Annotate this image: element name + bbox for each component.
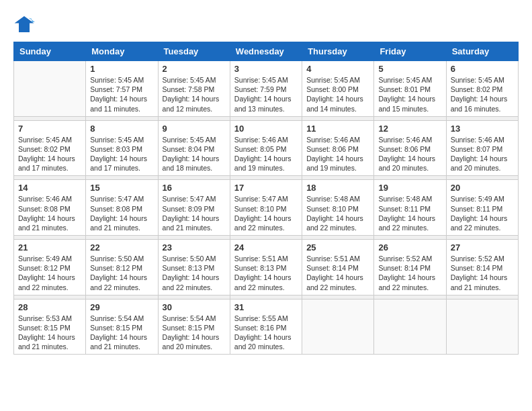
cell-content: Sunrise: 5:47 AM Sunset: 8:10 PM Dayligh… xyxy=(234,194,298,232)
calendar-cell: 1Sunrise: 5:45 AM Sunset: 7:57 PM Daylig… xyxy=(86,61,158,117)
page-header xyxy=(13,13,519,35)
cell-content: Sunrise: 5:54 AM Sunset: 8:15 PM Dayligh… xyxy=(90,314,153,352)
cell-content: Sunrise: 5:49 AM Sunset: 8:11 PM Dayligh… xyxy=(451,194,514,232)
day-number: 27 xyxy=(451,242,514,253)
calendar-cell: 29Sunrise: 5:54 AM Sunset: 8:15 PM Dayli… xyxy=(86,299,158,355)
cell-content: Sunrise: 5:46 AM Sunset: 8:06 PM Dayligh… xyxy=(378,135,441,173)
day-number: 24 xyxy=(234,242,298,253)
calendar-cell: 19Sunrise: 5:48 AM Sunset: 8:11 PM Dayli… xyxy=(374,180,446,236)
day-number: 5 xyxy=(378,64,441,74)
calendar-week-row: 21Sunrise: 5:49 AM Sunset: 8:12 PM Dayli… xyxy=(14,240,519,295)
day-number: 19 xyxy=(378,183,441,193)
calendar-cell: 20Sunrise: 5:49 AM Sunset: 8:11 PM Dayli… xyxy=(446,180,518,236)
svg-marker-0 xyxy=(15,16,34,32)
day-number: 16 xyxy=(163,183,226,193)
weekday-header: Thursday xyxy=(302,42,374,61)
day-number: 22 xyxy=(90,242,153,253)
cell-content: Sunrise: 5:45 AM Sunset: 8:03 PM Dayligh… xyxy=(90,135,153,173)
cell-content: Sunrise: 5:50 AM Sunset: 8:12 PM Dayligh… xyxy=(90,254,153,292)
calendar-cell: 9Sunrise: 5:45 AM Sunset: 8:04 PM Daylig… xyxy=(158,120,230,176)
weekday-header: Sunday xyxy=(14,42,86,61)
day-number: 30 xyxy=(163,302,226,312)
cell-content: Sunrise: 5:48 AM Sunset: 8:11 PM Dayligh… xyxy=(378,194,441,232)
cell-content: Sunrise: 5:45 AM Sunset: 8:04 PM Dayligh… xyxy=(163,135,226,173)
calendar-cell: 3Sunrise: 5:45 AM Sunset: 7:59 PM Daylig… xyxy=(230,61,302,117)
day-number: 14 xyxy=(18,183,81,193)
day-number: 6 xyxy=(451,64,514,74)
calendar-cell: 2Sunrise: 5:45 AM Sunset: 7:58 PM Daylig… xyxy=(158,61,230,117)
calendar-week-row: 1Sunrise: 5:45 AM Sunset: 7:57 PM Daylig… xyxy=(14,61,519,117)
calendar-table: SundayMondayTuesdayWednesdayThursdayFrid… xyxy=(13,42,519,355)
calendar-cell: 30Sunrise: 5:54 AM Sunset: 8:15 PM Dayli… xyxy=(158,299,230,355)
cell-content: Sunrise: 5:47 AM Sunset: 8:09 PM Dayligh… xyxy=(163,194,226,232)
cell-content: Sunrise: 5:46 AM Sunset: 8:05 PM Dayligh… xyxy=(234,135,298,173)
day-number: 23 xyxy=(163,242,226,253)
day-number: 25 xyxy=(306,242,369,253)
day-number: 17 xyxy=(234,183,298,193)
weekday-header: Saturday xyxy=(446,42,518,61)
calendar-cell: 28Sunrise: 5:53 AM Sunset: 8:15 PM Dayli… xyxy=(14,299,86,355)
calendar-cell: 27Sunrise: 5:52 AM Sunset: 8:14 PM Dayli… xyxy=(446,240,518,295)
calendar-cell: 21Sunrise: 5:49 AM Sunset: 8:12 PM Dayli… xyxy=(14,240,86,295)
logo-icon xyxy=(13,13,35,35)
cell-content: Sunrise: 5:46 AM Sunset: 8:06 PM Dayligh… xyxy=(306,135,369,173)
calendar-cell: 17Sunrise: 5:47 AM Sunset: 8:10 PM Dayli… xyxy=(230,180,302,236)
calendar-cell: 18Sunrise: 5:48 AM Sunset: 8:10 PM Dayli… xyxy=(302,180,374,236)
day-number: 8 xyxy=(90,124,153,134)
cell-content: Sunrise: 5:52 AM Sunset: 8:14 PM Dayligh… xyxy=(451,254,514,292)
calendar-cell: 4Sunrise: 5:45 AM Sunset: 8:00 PM Daylig… xyxy=(302,61,374,117)
cell-content: Sunrise: 5:52 AM Sunset: 8:14 PM Dayligh… xyxy=(378,254,441,292)
day-number: 18 xyxy=(306,183,369,193)
calendar-cell: 6Sunrise: 5:45 AM Sunset: 8:02 PM Daylig… xyxy=(446,61,518,117)
day-number: 3 xyxy=(234,64,298,74)
calendar-cell: 31Sunrise: 5:55 AM Sunset: 8:16 PM Dayli… xyxy=(230,299,302,355)
cell-content: Sunrise: 5:46 AM Sunset: 8:07 PM Dayligh… xyxy=(451,135,514,173)
day-number: 15 xyxy=(90,183,153,193)
day-number: 1 xyxy=(90,64,153,74)
calendar-cell: 7Sunrise: 5:45 AM Sunset: 8:02 PM Daylig… xyxy=(14,120,86,176)
cell-content: Sunrise: 5:48 AM Sunset: 8:10 PM Dayligh… xyxy=(306,194,369,232)
day-number: 11 xyxy=(306,124,369,134)
calendar-cell: 22Sunrise: 5:50 AM Sunset: 8:12 PM Dayli… xyxy=(86,240,158,295)
calendar-cell: 11Sunrise: 5:46 AM Sunset: 8:06 PM Dayli… xyxy=(302,120,374,176)
day-number: 26 xyxy=(378,242,441,253)
calendar-cell xyxy=(302,299,374,355)
cell-content: Sunrise: 5:45 AM Sunset: 7:59 PM Dayligh… xyxy=(234,75,298,113)
calendar-cell: 12Sunrise: 5:46 AM Sunset: 8:06 PM Dayli… xyxy=(374,120,446,176)
cell-content: Sunrise: 5:45 AM Sunset: 8:00 PM Dayligh… xyxy=(306,75,369,113)
day-number: 21 xyxy=(18,242,81,253)
day-number: 13 xyxy=(451,124,514,134)
cell-content: Sunrise: 5:54 AM Sunset: 8:15 PM Dayligh… xyxy=(163,314,226,352)
calendar-cell: 26Sunrise: 5:52 AM Sunset: 8:14 PM Dayli… xyxy=(374,240,446,295)
cell-content: Sunrise: 5:45 AM Sunset: 7:57 PM Dayligh… xyxy=(90,75,153,113)
calendar-week-row: 14Sunrise: 5:46 AM Sunset: 8:08 PM Dayli… xyxy=(14,180,519,236)
day-number: 31 xyxy=(234,302,298,312)
cell-content: Sunrise: 5:51 AM Sunset: 8:13 PM Dayligh… xyxy=(234,254,298,292)
calendar-cell: 5Sunrise: 5:45 AM Sunset: 8:01 PM Daylig… xyxy=(374,61,446,117)
cell-content: Sunrise: 5:45 AM Sunset: 8:02 PM Dayligh… xyxy=(451,75,514,113)
weekday-header: Wednesday xyxy=(230,42,302,61)
day-number: 2 xyxy=(163,64,226,74)
calendar-cell xyxy=(446,299,518,355)
day-number: 4 xyxy=(306,64,369,74)
day-number: 29 xyxy=(90,302,153,312)
calendar-cell: 25Sunrise: 5:51 AM Sunset: 8:14 PM Dayli… xyxy=(302,240,374,295)
cell-content: Sunrise: 5:45 AM Sunset: 8:01 PM Dayligh… xyxy=(378,75,441,113)
logo xyxy=(13,13,38,35)
cell-content: Sunrise: 5:53 AM Sunset: 8:15 PM Dayligh… xyxy=(18,314,81,352)
calendar-cell xyxy=(14,61,86,117)
cell-content: Sunrise: 5:50 AM Sunset: 8:13 PM Dayligh… xyxy=(163,254,226,292)
cell-content: Sunrise: 5:49 AM Sunset: 8:12 PM Dayligh… xyxy=(18,254,81,292)
cell-content: Sunrise: 5:46 AM Sunset: 8:08 PM Dayligh… xyxy=(18,194,81,232)
cell-content: Sunrise: 5:55 AM Sunset: 8:16 PM Dayligh… xyxy=(234,314,298,352)
calendar-cell: 15Sunrise: 5:47 AM Sunset: 8:08 PM Dayli… xyxy=(86,180,158,236)
calendar-cell: 16Sunrise: 5:47 AM Sunset: 8:09 PM Dayli… xyxy=(158,180,230,236)
weekday-header: Tuesday xyxy=(158,42,230,61)
day-number: 7 xyxy=(18,124,81,134)
cell-content: Sunrise: 5:45 AM Sunset: 8:02 PM Dayligh… xyxy=(18,135,81,173)
day-number: 20 xyxy=(451,183,514,193)
cell-content: Sunrise: 5:45 AM Sunset: 7:58 PM Dayligh… xyxy=(163,75,226,113)
calendar-cell: 13Sunrise: 5:46 AM Sunset: 8:07 PM Dayli… xyxy=(446,120,518,176)
calendar-cell xyxy=(374,299,446,355)
day-number: 12 xyxy=(378,124,441,134)
